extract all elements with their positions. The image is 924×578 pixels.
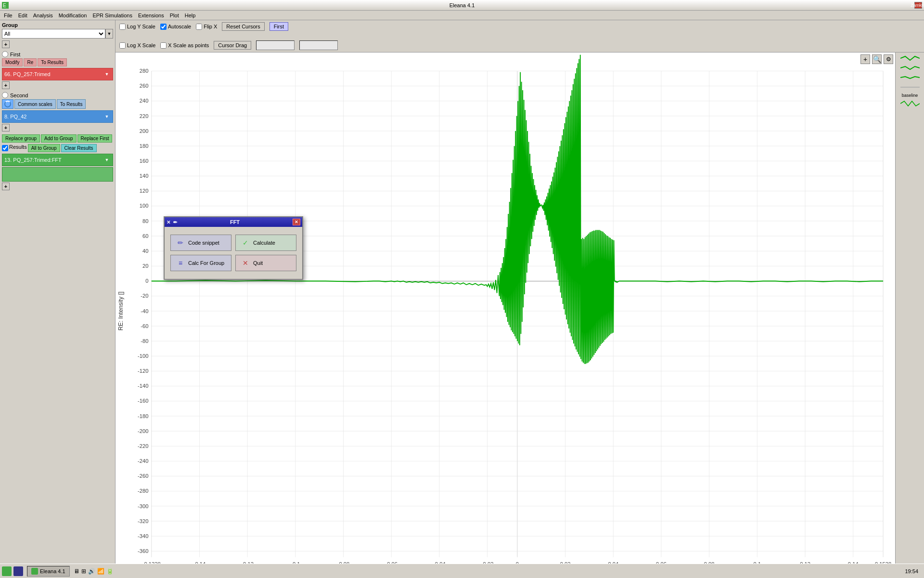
svg-text:-40: -40 [141,308,148,314]
replace-first-button[interactable]: Replace First [77,134,113,143]
svg-text:-120: -120 [138,368,148,374]
x-scale-as-points-checkbox[interactable] [160,42,167,49]
search-button[interactable]: 🔍 [872,54,882,64]
second-add-button[interactable]: + [2,124,10,131]
results-dataset-arrow[interactable]: ▼ [103,155,111,165]
volume-icon: 🔊 [88,568,95,575]
common-scales-spinner[interactable] [2,99,13,109]
taskbar-time: 19:54 [905,568,922,574]
svg-text:-180: -180 [138,413,148,419]
second-dataset-label: 8. PQ_42 [4,114,26,119]
quit-button[interactable]: ✕ Quit [235,255,296,271]
close-button[interactable]: Zamknij [914,2,922,9]
battery-icon: 🔋 [106,568,114,575]
first-add-button[interactable]: + [2,81,10,89]
clear-results-button[interactable]: Clear Results [61,144,97,152]
chart-svg: RE: Intensity [] [116,53,895,576]
log-y-scale-checkbox[interactable] [119,24,126,30]
apps-icon: ⊞ [81,568,86,575]
fft-dialog-title-bar[interactable]: ✕ ✏ FFT ✕ [165,217,302,227]
calculate-button[interactable]: ✓ Calculate [235,235,296,251]
fft-dialog-content: ✏ Code snippet ✓ Calculate ≡ Calc For Gr… [165,227,302,279]
autoscale-checkbox[interactable] [160,24,167,30]
legend-item-2 [900,64,920,72]
svg-text:-20: -20 [141,293,148,299]
menu-file[interactable]: File [1,12,15,19]
code-snippet-label: Code snippet [188,240,219,246]
code-snippet-button[interactable]: ✏ Code snippet [170,235,231,251]
modify-button[interactable]: Modify [2,58,23,66]
all-to-group-button[interactable]: All to Group [28,144,60,152]
legend-item-3 [900,74,920,81]
x-scale-as-points-label: X Scale as points [160,42,209,49]
menu-plot[interactable]: Plot [167,12,182,19]
second-label: Second [10,92,28,98]
results-extra-box [2,167,113,182]
group-dropdown-arrow[interactable]: ▼ [105,29,113,39]
value1-input[interactable]: 0,0902131 [256,40,295,50]
group-select[interactable]: All [2,29,105,39]
x-icon: ✕ [241,258,250,268]
network-icon: 🖥 [74,568,79,575]
main-layout: Group All ▼ + First Modify Re To Results… [0,20,924,564]
to-results-second-button[interactable]: To Results [57,99,86,109]
menu-help[interactable]: Help [182,12,199,19]
results-dataset-label: 13. PQ_257:Trimed:FFT [4,157,62,163]
fft-dialog-title: FFT [177,219,293,225]
value2-input[interactable]: 312,021 [299,40,338,50]
svg-text:-80: -80 [141,338,148,344]
group-action-row1: Replace group Add to Group Replace First [2,134,113,143]
first-dataset-arrow[interactable]: ▼ [103,69,111,79]
svg-text:-280: -280 [138,488,148,494]
first-button[interactable]: First [270,22,288,31]
results-add-button[interactable]: + [2,183,10,190]
cursor-drag-button[interactable]: Cursor Drag [214,41,251,50]
top-controls: Log Y Scale Autoscale Flip X Reset Curso… [116,20,924,53]
second-radio[interactable] [2,92,8,98]
svg-text:140: 140 [140,173,149,179]
svg-text:0: 0 [145,278,148,284]
dialog-icon-pencil: ✏ [173,220,177,225]
menu-edit[interactable]: Edit [15,12,30,19]
menu-epr-simulations[interactable]: EPR Simulations [90,12,135,19]
quit-label: Quit [253,260,263,266]
title-bar: E Eleana 4.1 Zamknij [0,0,924,11]
first-radio[interactable] [2,51,8,57]
common-scales-button[interactable]: Common scales [14,99,56,109]
dialog-title-icons: ✕ ✏ [167,220,177,225]
svg-text:RE: Intensity []: RE: Intensity [] [117,291,124,330]
window-title: Eleana 4.1 [10,2,914,8]
flip-x-checkbox[interactable] [196,24,202,30]
menu-analysis[interactable]: Analysis [30,12,56,19]
svg-text:-340: -340 [138,533,148,539]
reset-cursors-button[interactable]: Reset Cursors [222,22,264,31]
taskbar-app-button[interactable]: Eleana 4.1 [27,566,70,577]
taskbar-app-icon [31,568,38,575]
menu-extensions[interactable]: Extensions [135,12,167,19]
results-checkbox[interactable] [2,144,8,152]
content-area: Log Y Scale Autoscale Flip X Reset Curso… [116,20,924,564]
results-dataset-box: 13. PQ_257:Trimed:FFT ▼ [2,154,113,166]
group-add-button[interactable]: + [2,40,10,48]
network-wifi-icon: 📶 [97,568,104,575]
zoom-in-button[interactable]: + [860,54,870,64]
fft-dialog-close[interactable]: ✕ [293,219,300,225]
settings-button[interactable]: ⚙ [884,54,893,64]
first-label: First [10,52,20,57]
svg-text:E: E [3,3,6,8]
baseline-label: baseline [902,93,918,98]
second-dataset-arrow[interactable]: ▼ [103,112,111,121]
chart-area: + 🔍 ⚙ RE: Intensity [] [116,53,895,576]
svg-text:-240: -240 [138,458,148,464]
replace-group-button[interactable]: Replace group [2,134,40,143]
re-button[interactable]: Re [24,58,37,66]
to-results-first-button[interactable]: To Results [38,58,67,66]
menu-bar: File Edit Analysis Modification EPR Simu… [0,11,924,20]
menu-modification[interactable]: Modification [56,12,90,19]
calc-for-group-label: Calc For Group [188,260,224,266]
calc-for-group-button[interactable]: ≡ Calc For Group [170,255,231,271]
svg-text:-300: -300 [138,503,148,509]
calculate-label: Calculate [253,240,275,246]
log-x-scale-checkbox[interactable] [119,42,126,49]
add-to-group-button[interactable]: Add to Group [41,134,76,143]
